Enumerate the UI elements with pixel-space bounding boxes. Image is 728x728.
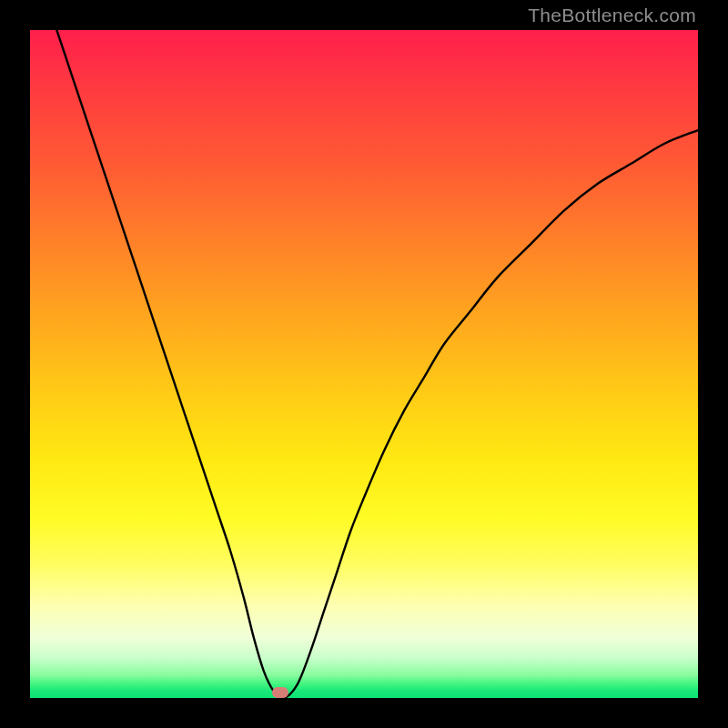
bottleneck-curve: [30, 30, 698, 698]
plot-area: [30, 30, 698, 698]
chart-frame: TheBottleneck.com: [0, 0, 728, 728]
optimum-marker: [272, 687, 288, 698]
watermark-text: TheBottleneck.com: [528, 5, 696, 26]
